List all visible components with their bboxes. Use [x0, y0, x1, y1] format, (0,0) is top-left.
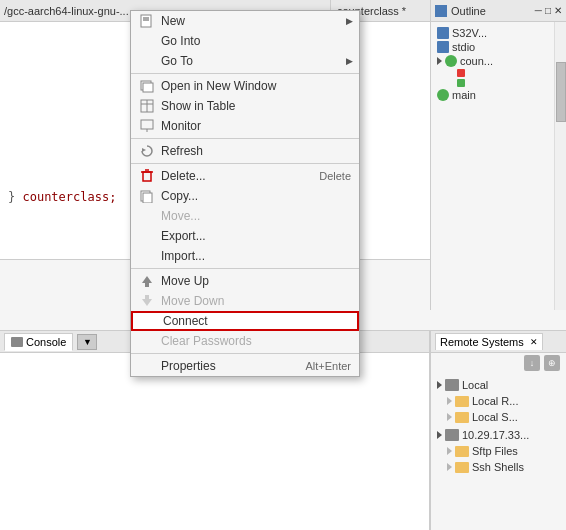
menu-item-go-into[interactable]: Go Into	[131, 31, 359, 51]
outline-stdio-label: stdio	[452, 41, 475, 53]
local-computer-icon	[445, 379, 459, 391]
sftp-expand-icon	[447, 447, 452, 455]
remote-tree-local[interactable]: Local	[433, 377, 564, 393]
context-menu: New Go Into Go To Open in New Window Sho…	[130, 10, 360, 377]
connect-label: Connect	[163, 314, 208, 328]
outline-scrollbar-thumb[interactable]	[556, 62, 566, 122]
refresh-label: Refresh	[161, 144, 203, 158]
menu-item-connect[interactable]: Connect	[131, 311, 359, 331]
separator-5	[131, 353, 359, 354]
outline-coun-label: coun...	[460, 55, 493, 67]
menu-item-clear-passwords: Clear Passwords	[131, 331, 359, 351]
delete-label: Delete...	[161, 169, 206, 183]
go-to-label: Go To	[161, 54, 193, 68]
menu-item-delete[interactable]: Delete... Delete	[131, 166, 359, 186]
remote-systems-tab[interactable]: Remote Systems ✕	[435, 333, 543, 350]
menu-item-properties[interactable]: Properties Alt+Enter	[131, 356, 359, 376]
separator-3	[131, 163, 359, 164]
outline-scrollbar[interactable]	[554, 22, 566, 310]
menu-item-export[interactable]: Export...	[131, 226, 359, 246]
menu-item-show-table[interactable]: Show in Table	[131, 96, 359, 116]
outline-title: Outline	[451, 5, 486, 17]
new-label: New	[161, 14, 185, 28]
export-label: Export...	[161, 229, 206, 243]
local-s-label: Local S...	[472, 411, 518, 423]
remote-tree-ip[interactable]: 10.29.17.33...	[433, 427, 564, 443]
remote-close-icon[interactable]: ✕	[530, 337, 538, 347]
local-r-folder-icon	[455, 396, 469, 407]
ip-expand-icon	[437, 431, 442, 439]
local-label: Local	[462, 379, 488, 391]
svg-marker-10	[142, 148, 146, 152]
menu-item-refresh[interactable]: Refresh	[131, 141, 359, 161]
monitor-icon	[139, 118, 155, 134]
svg-rect-19	[145, 295, 149, 299]
outline-header: Outline ─ □ ✕	[431, 0, 566, 22]
outline-close-icon[interactable]: ✕	[554, 5, 562, 16]
menu-item-monitor[interactable]: Monitor	[131, 116, 359, 136]
properties-shortcut: Alt+Enter	[305, 360, 351, 372]
local-r-expand-icon	[447, 397, 452, 405]
menu-item-go-to[interactable]: Go To	[131, 51, 359, 71]
outline-restore-icon[interactable]: □	[545, 5, 551, 16]
remote-icon-2[interactable]: ⊕	[544, 355, 560, 371]
local-s-expand-icon	[447, 413, 452, 421]
menu-item-import[interactable]: Import...	[131, 246, 359, 266]
menu-item-copy[interactable]: Copy...	[131, 186, 359, 206]
outline-item-field1	[433, 68, 564, 78]
menu-item-move-up[interactable]: Move Up	[131, 271, 359, 291]
remote-toolbar: ↓ ⊕	[431, 353, 566, 373]
copy-label: Copy...	[161, 189, 198, 203]
delete-shortcut: Delete	[319, 170, 351, 182]
separator-4	[131, 268, 359, 269]
remote-tree-sftp[interactable]: Sftp Files	[433, 443, 564, 459]
code-text: counterclass;	[22, 190, 116, 204]
copy-icon	[139, 188, 155, 204]
outline-item-main: main	[433, 88, 564, 102]
svg-rect-15	[143, 193, 152, 203]
open-new-window-label: Open in New Window	[161, 79, 276, 93]
local-s-folder-icon	[455, 412, 469, 423]
menu-item-move: Move...	[131, 206, 359, 226]
field2-icon	[457, 79, 465, 87]
svg-marker-16	[142, 276, 152, 283]
new-icon	[139, 13, 155, 29]
outline-item-s32v: S32V...	[433, 26, 564, 40]
remote-tree-local-s[interactable]: Local S...	[433, 409, 564, 425]
outline-item-coun: coun...	[433, 54, 564, 68]
properties-label: Properties	[161, 359, 216, 373]
editor-tab-label[interactable]: /gcc-aarch64-linux-gnu-...	[4, 5, 129, 17]
menu-item-new[interactable]: New	[131, 11, 359, 31]
open-new-window-icon	[139, 78, 155, 94]
remote-content: Local Local R... Local S... 10.29.17.33.…	[431, 373, 566, 479]
console-dropdown[interactable]: ▼	[77, 334, 97, 350]
menu-item-move-down: Move Down	[131, 291, 359, 311]
remote-tree-local-r[interactable]: Local R...	[433, 393, 564, 409]
svg-rect-4	[143, 83, 153, 92]
remote-icon-1[interactable]: ↓	[524, 355, 540, 371]
console-tab-console[interactable]: Console	[4, 333, 73, 351]
outline-content: S32V... stdio coun... main	[431, 22, 566, 106]
monitor-label: Monitor	[161, 119, 201, 133]
remote-tree-ssh[interactable]: Ssh Shells	[433, 459, 564, 475]
show-table-label: Show in Table	[161, 99, 236, 113]
console-tab-label: Console	[26, 336, 66, 348]
ssh-expand-icon	[447, 463, 452, 471]
ip-computer-icon	[445, 429, 459, 441]
local-expand-icon	[437, 381, 442, 389]
outline-header-icons: ─ □ ✕	[535, 5, 562, 16]
outline-icon	[435, 5, 447, 17]
svg-rect-11	[143, 172, 151, 181]
outline-minimize-icon[interactable]: ─	[535, 5, 542, 16]
ip-label: 10.29.17.33...	[462, 429, 529, 441]
remote-systems-panel: Remote Systems ✕ ↓ ⊕ Local Local R... Lo…	[430, 330, 566, 530]
field1-icon	[457, 69, 465, 77]
local-r-label: Local R...	[472, 395, 518, 407]
main-icon	[437, 89, 449, 101]
console-icon	[11, 337, 23, 347]
delete-icon	[139, 168, 155, 184]
sftp-label: Sftp Files	[472, 445, 518, 457]
go-into-label: Go Into	[161, 34, 200, 48]
refresh-icon	[139, 143, 155, 159]
menu-item-open-new-window[interactable]: Open in New Window	[131, 76, 359, 96]
